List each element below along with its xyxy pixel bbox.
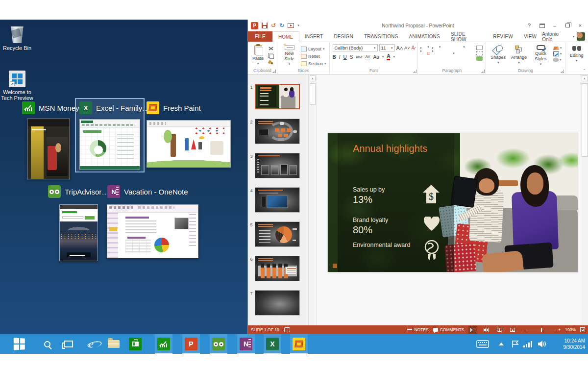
- desktop-icon-recycle-bin[interactable]: Recycle Bin: [0, 26, 34, 51]
- tab-transitions[interactable]: TRANSITIONS: [359, 31, 403, 42]
- slide-thumbnail-1[interactable]: [255, 84, 300, 109]
- text-fit-button[interactable]: [476, 51, 483, 55]
- main-scrollbar[interactable]: ▲: [581, 74, 588, 325]
- tab-design[interactable]: DESIGN: [328, 31, 359, 42]
- font-dialog-launcher[interactable]: [413, 70, 416, 73]
- arrange-button[interactable]: Arrange▾: [510, 44, 528, 67]
- slideshow-view-button[interactable]: [508, 326, 517, 334]
- snap-item-excel[interactable]: X Excel - Family…: [79, 101, 149, 114]
- layout-button[interactable]: Layout▾: [301, 46, 326, 52]
- normal-view-button[interactable]: [468, 326, 477, 334]
- taskbar-internet-explorer[interactable]: e: [82, 334, 100, 354]
- redo-icon[interactable]: ↻: [279, 22, 284, 29]
- minimize-button[interactable]: –: [549, 21, 561, 30]
- fresh-paint-window-thumbnail[interactable]: [147, 120, 231, 168]
- tray-keyboard[interactable]: [476, 334, 489, 354]
- tab-animations[interactable]: ANIMATIONS: [403, 31, 445, 42]
- grow-font-button[interactable]: A˄: [396, 45, 403, 51]
- fit-slide-icon[interactable]: [580, 327, 585, 332]
- account-menu[interactable]: Antonio Onio ▾: [542, 31, 588, 42]
- tray-network[interactable]: [523, 334, 532, 354]
- character-spacing-button[interactable]: AV: [365, 54, 370, 59]
- quick-styles-button[interactable]: Quick Styles▾: [531, 44, 551, 67]
- tray-volume[interactable]: [538, 334, 547, 354]
- zoom-slider[interactable]: [526, 330, 556, 330]
- tripadvisor-window-thumbnail[interactable]: [59, 204, 98, 261]
- snap-item-fresh-paint[interactable]: Fresh Paint: [147, 101, 201, 114]
- taskbar-powerpoint[interactable]: P: [182, 334, 200, 354]
- onenote-window-thumbnail[interactable]: [107, 204, 198, 258]
- taskbar-onenote[interactable]: N: [237, 334, 255, 354]
- scrollbar-thumb[interactable]: [582, 83, 588, 157]
- zoom-level[interactable]: 100%: [565, 327, 576, 332]
- notes-button[interactable]: NOTES: [407, 327, 428, 332]
- tab-insert[interactable]: INSERT: [299, 31, 329, 42]
- title-bar[interactable]: P ↺ ↻ ▾ Northwind Proposal - PowerPoint …: [248, 20, 588, 31]
- clipboard-dialog-launcher[interactable]: [272, 70, 276, 73]
- align-right-button[interactable]: [434, 52, 437, 55]
- bold-button[interactable]: B: [333, 54, 336, 60]
- start-slideshow-icon[interactable]: [288, 23, 294, 28]
- slide-editing-area[interactable]: Annual highlights Sales up by 13% $ Bran…: [317, 74, 581, 325]
- zoom-control[interactable]: − +: [521, 327, 561, 332]
- shrink-font-button[interactable]: A˅: [404, 46, 410, 50]
- zoom-in-icon[interactable]: +: [558, 327, 561, 332]
- paragraph-dialog-launcher[interactable]: [481, 70, 485, 73]
- undo-icon[interactable]: ↺: [271, 22, 276, 29]
- display-settings-icon[interactable]: [284, 327, 290, 332]
- slide-thumbnail-5[interactable]: [255, 221, 300, 247]
- thumbnail-scrollbar[interactable]: ▲: [309, 74, 317, 325]
- help-button[interactable]: ?: [523, 21, 535, 30]
- snap-item-tripadvisor[interactable]: TripAdvisor…: [48, 185, 109, 198]
- tab-review[interactable]: REVIEW: [488, 31, 518, 42]
- shape-outline-button[interactable]: ▾: [553, 51, 562, 56]
- increase-indent-button[interactable]: [450, 46, 453, 49]
- new-slide-button[interactable]: New Slide ▾: [280, 44, 298, 67]
- decrease-indent-button[interactable]: [444, 46, 447, 49]
- taskbar-excel[interactable]: X: [264, 334, 281, 354]
- cut-icon[interactable]: [268, 46, 274, 51]
- justify-button[interactable]: [440, 52, 443, 55]
- close-button[interactable]: ×: [574, 21, 586, 30]
- tray-action-center[interactable]: [512, 334, 519, 354]
- desktop-icon-welcome[interactable]: ↗ Welcome to Tech Preview: [0, 71, 34, 101]
- comments-button[interactable]: COMMENTS: [433, 327, 465, 332]
- taskbar-store[interactable]: [126, 334, 144, 354]
- section-button[interactable]: Section▾: [301, 60, 326, 67]
- restore-button[interactable]: [562, 21, 573, 30]
- underline-button[interactable]: U: [343, 54, 347, 60]
- snap-item-onenote[interactable]: N Vacation - OneNote: [107, 185, 188, 198]
- line-spacing-button[interactable]: [457, 46, 460, 49]
- align-center-button[interactable]: [427, 52, 430, 55]
- scroll-up-icon[interactable]: ▲: [582, 75, 588, 81]
- current-slide[interactable]: Annual highlights Sales up by 13% $ Bran…: [328, 133, 578, 272]
- text-direction-button[interactable]: [468, 46, 471, 49]
- search-button[interactable]: [38, 334, 56, 354]
- qat-customize-icon[interactable]: ▾: [297, 24, 299, 27]
- tab-slide-show[interactable]: SLIDE SHOW: [445, 31, 488, 42]
- reading-view-button[interactable]: [495, 326, 504, 334]
- slide-thumbnail-7[interactable]: [255, 290, 300, 316]
- tray-show-hidden[interactable]: [499, 334, 504, 354]
- snap-item-msn-money[interactable]: MSN Money: [22, 101, 79, 114]
- task-view-button[interactable]: [60, 334, 77, 354]
- tab-view[interactable]: VIEW: [518, 31, 542, 42]
- align-left-button[interactable]: [421, 52, 424, 55]
- change-case-button[interactable]: Aa: [373, 54, 379, 60]
- collapse-ribbon-icon[interactable]: ⌃: [583, 69, 586, 73]
- slide-thumbnail-3[interactable]: [255, 153, 300, 178]
- reset-button[interactable]: Reset: [301, 53, 326, 59]
- slide-sorter-view-button[interactable]: [482, 326, 490, 334]
- excel-window-thumbnail[interactable]: [79, 119, 140, 170]
- tab-file[interactable]: FILE: [248, 31, 272, 42]
- slide-thumbnail-4[interactable]: [255, 187, 300, 213]
- taskbar-tripadvisor[interactable]: [210, 334, 227, 354]
- font-size-combo[interactable]: 11▾: [379, 44, 395, 51]
- scroll-up-icon[interactable]: ▲: [310, 75, 316, 81]
- scrollbar-thumb[interactable]: [310, 83, 316, 105]
- columns-button[interactable]: [446, 52, 449, 55]
- copy-icon[interactable]: [268, 52, 274, 58]
- taskbar-file-explorer[interactable]: [105, 334, 122, 354]
- format-painter-icon[interactable]: [268, 59, 274, 65]
- paste-button[interactable]: Paste ▾: [251, 44, 265, 67]
